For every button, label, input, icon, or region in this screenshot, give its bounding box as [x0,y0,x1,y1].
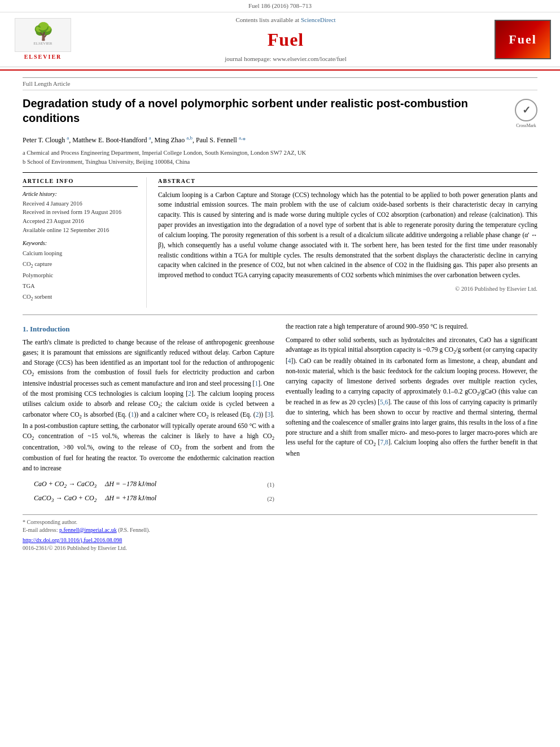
paper-body: 1. Introduction The earth's climate is p… [23,322,537,510]
volume-info: Fuel 186 (2016) 708–713 [0,0,560,12]
equation-1-formula: CaO + CO2 → CaCO3 ΔH = −178 kJ/mol [34,479,261,490]
eq-ref-2[interactable]: 2 [256,411,259,418]
ref-4[interactable]: 4 [288,357,291,364]
article-container: Full Length Article Degradation study of… [0,71,560,559]
elsevier-text: ELSEVIER [24,53,62,61]
keyword-5: CO2 sorbent [23,292,138,303]
section-divider [23,314,537,315]
keywords-list: Calcium looping CO2 capture Polymorphic … [23,248,138,303]
elsevier-logo-image: 🌳 ELSEVIER [15,18,71,52]
email-label: E-mail address: [23,527,58,533]
equation-2-row: CaCO3 → CaO + CO2 ΔH = +178 kJ/mol (2) [34,493,274,504]
online-date: Available online 12 September 2016 [23,226,138,235]
crossmark-label: CrossMark [515,123,537,129]
doi-link[interactable]: http://dx.doi.org/10.1016/j.fuel.2016.08… [23,537,122,543]
ref-1[interactable]: 1 [255,380,258,387]
ref-7-8[interactable]: 7,8 [380,439,388,445]
sciencedirect-anchor[interactable]: ScienceDirect [301,16,336,23]
email-name: (P.S. Fennell). [118,527,150,533]
abstract-label: ABSTRACT [158,177,537,187]
intro-para-1: The earth's climate is predicted to chan… [23,338,274,474]
crossmark-icon: ✓ [515,99,537,121]
ref-3[interactable]: 3 [268,411,271,418]
equation-2-number: (2) [267,495,274,503]
equation-1-number: (1) [267,480,274,489]
journal-header: Fuel 186 (2016) 708–713 🌳 ELSEVIER ELSEV… [0,0,560,71]
article-info-column: ARTICLE INFO Article history: Received 4… [23,177,147,308]
affiliations: a Chemical and Process Engineering Depar… [23,148,537,167]
paper-col-left: 1. Introduction The earth's climate is p… [23,322,274,510]
accepted-date: Accepted 23 August 2016 [23,217,138,226]
sciencedirect-link: Contents lists available at ScienceDirec… [88,16,483,24]
keyword-1: Calcium looping [23,248,138,259]
journal-top-bar: 🌳 ELSEVIER ELSEVIER Contents lists avail… [0,12,560,67]
paper-col-right: the reaction rate a high temperature of … [286,322,537,510]
received-date: Received 4 January 2016 [23,199,138,208]
authors: Peter T. Clough a, Matthew E. Boot-Handf… [23,134,537,145]
ref-2[interactable]: 2 [188,390,191,397]
equation-1-row: CaO + CO2 → CaCO3 ΔH = −178 kJ/mol (1) [34,479,274,490]
elsevier-logo: 🌳 ELSEVIER ELSEVIER [9,18,77,61]
article-title: Degradation study of a novel polymorphic… [23,96,509,125]
keyword-3: Polymorphic [23,270,138,281]
affiliation-b: b School of Environment, Tsinghua Univer… [23,158,537,167]
journal-homepage: journal homepage: www.elsevier.com/locat… [88,55,483,63]
article-info-label: ARTICLE INFO [23,177,138,187]
article-history: Article history: Received 4 January 2016… [23,190,138,235]
history-label: Article history: [23,190,138,198]
revised-date: Received in revised form 19 August 2016 [23,208,138,217]
copyright-line: © 2016 Published by Elsevier Ltd. [158,285,537,294]
footnote-label: * Corresponding author. [23,519,77,525]
intro-para-right-1: the reaction rate a high temperature of … [286,322,537,332]
article-type: Full Length Article [23,77,537,90]
keyword-2: CO2 capture [23,259,138,270]
equations-block: CaO + CO2 → CaCO3 ΔH = −178 kJ/mol (1) C… [34,479,274,504]
keywords-section: Keywords: Calcium looping CO2 capture Po… [23,239,138,303]
crossmark: ✓ CrossMark [515,99,537,129]
introduction-heading: 1. Introduction [23,324,274,334]
abstract-column: ABSTRACT Calcium looping is a Carbon Cap… [158,177,537,308]
keywords-label: Keywords: [23,239,138,247]
intro-para-right-2: Compared to other solid sorbents, such a… [286,335,537,459]
equation-2-formula: CaCO3 → CaO + CO2 ΔH = +178 kJ/mol [34,493,261,504]
doi-line[interactable]: http://dx.doi.org/10.1016/j.fuel.2016.08… [23,536,537,544]
journal-name: Fuel [88,27,483,53]
fuel-logo-right: Fuel [495,20,551,59]
volume-info-text: Fuel 186 (2016) 708–713 [248,2,312,9]
article-footer: * Corresponding author. E-mail address: … [23,514,537,552]
abstract-text: Calcium looping is a Carbon Capture and … [158,190,537,281]
email-link[interactable]: p.fennell@imperial.ac.uk [59,527,117,533]
footnote-section: * Corresponding author. E-mail address: … [23,518,537,534]
affiliation-a: a Chemical and Process Engineering Depar… [23,148,537,158]
journal-center: Contents lists available at ScienceDirec… [77,16,495,63]
eq-ref-1[interactable]: 1 [131,411,134,418]
keyword-4: TGA [23,281,138,292]
issn-line: 0016-2361/© 2016 Published by Elsevier L… [23,544,537,552]
ref-5-6[interactable]: 5,6 [380,399,388,405]
article-info-abstract: ARTICLE INFO Article history: Received 4… [23,172,537,308]
